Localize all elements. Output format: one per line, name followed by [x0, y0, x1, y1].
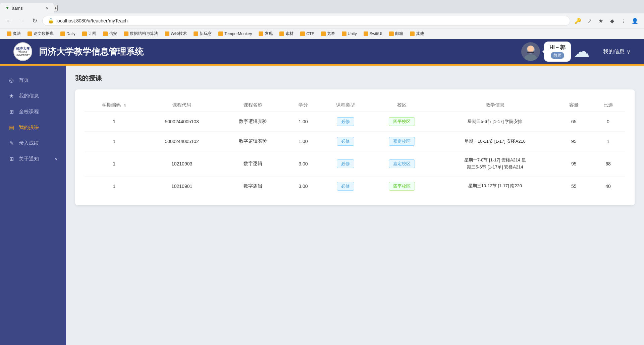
- cell-teaching-info: 星期一10-11节 [1-17] 安楼A216: [433, 132, 557, 151]
- sort-icon: ⇅: [123, 104, 126, 107]
- bookmark-其他[interactable]: 其他: [407, 30, 427, 37]
- sidebar-item-label-grades: 录入成绩: [19, 140, 39, 146]
- table-row: 1 5000244005103 数字逻辑实验 1.00 必修 四平校区 星期四5…: [85, 112, 625, 132]
- bookmark-star-icon[interactable]: ★: [596, 16, 606, 26]
- bookmark-计网[interactable]: 计网: [79, 30, 99, 37]
- sidebar-item-grades[interactable]: ✎ 录入成绩: [0, 135, 66, 151]
- cell-name: 数字逻辑: [220, 151, 286, 177]
- forward-button[interactable]: →: [17, 16, 27, 26]
- new-tab-button[interactable]: +: [54, 5, 58, 11]
- browser-tab-active[interactable]: ▼ aams ×: [0, 3, 54, 13]
- page-title: 我的授课: [75, 74, 635, 83]
- cell-code: 10210903: [144, 151, 220, 177]
- cell-selected: 68: [591, 151, 625, 177]
- extension-icon[interactable]: ◆: [607, 16, 617, 26]
- notice-icon: ⊞: [8, 156, 15, 162]
- sidebar-item-notices[interactable]: ⊞ 关于通知 ∨: [0, 151, 66, 167]
- campus-badge: 四平校区: [389, 117, 415, 126]
- cell-semester: 1: [85, 151, 144, 177]
- sidebar-item-allcourses[interactable]: ⊞ 全校课程: [0, 104, 66, 120]
- my-info-button[interactable]: 我的信息 ∨: [603, 48, 631, 55]
- table-row: 1 10210901 数字逻辑 3.00 必修 四平校区 星期三10-12节 […: [85, 176, 625, 196]
- sidebar-item-myteach[interactable]: ▤ 我的授课: [0, 120, 66, 135]
- col-semester[interactable]: 学期编码 ⇅: [85, 99, 144, 112]
- cell-selected: 1: [591, 132, 625, 151]
- cell-name: 数字逻辑实验: [220, 132, 286, 151]
- bookmark-新玩意[interactable]: 新玩意: [191, 30, 214, 37]
- bookmark-素材[interactable]: 素材: [277, 30, 296, 37]
- bookmark-unity[interactable]: Unity: [339, 31, 360, 37]
- share-icon[interactable]: ↗: [584, 16, 594, 26]
- sidebar-item-label-myinfo: 我的信息: [19, 93, 39, 99]
- bookmark-swiftui[interactable]: SwiftUI: [361, 31, 385, 37]
- cell-credits: 1.00: [286, 132, 320, 151]
- col-type: 课程类型: [320, 99, 371, 112]
- bookmarks-bar: 魔法 论文数据库 Daily 计网 信安 数据结构与算法 Web技术 新玩意: [0, 28, 644, 39]
- cell-campus: 四平校区: [371, 176, 433, 196]
- bookmark-web[interactable]: Web技术: [162, 30, 190, 37]
- bookmark-ctf[interactable]: CTF: [298, 31, 317, 37]
- app-header: 同济大学 TONGJI UNIVERSITY 同济大学教学信息管理系统: [0, 39, 644, 64]
- header-logo: 同济大学 TONGJI UNIVERSITY 同济大学教学信息管理系统: [13, 42, 144, 61]
- col-capacity: 容量: [557, 99, 591, 112]
- cell-campus: 嘉定校区: [371, 132, 433, 151]
- back-button[interactable]: ←: [4, 16, 14, 26]
- tab-close-button[interactable]: ×: [45, 5, 48, 11]
- bookmark-邮箱[interactable]: 邮箱: [386, 30, 406, 37]
- profile-icon[interactable]: 👤: [630, 16, 640, 26]
- bookmark-竞赛[interactable]: 竞赛: [318, 30, 338, 37]
- sidebar-item-label-allcourses: 全校课程: [19, 109, 39, 115]
- sidebar-item-myinfo[interactable]: ★ 我的信息: [0, 88, 66, 104]
- bookmark-论文数据库[interactable]: 论文数据库: [25, 30, 56, 37]
- avatar: [521, 42, 540, 61]
- bookmark-数据结构[interactable]: 数据结构与算法: [121, 30, 161, 37]
- key-icon[interactable]: 🔑: [573, 16, 583, 26]
- cell-credits: 1.00: [286, 112, 320, 132]
- edit-icon: ✎: [8, 140, 15, 146]
- cell-teaching-info: 星期四5-6节 [1-17] 学院安排: [433, 112, 557, 132]
- col-code: 课程代码: [144, 99, 220, 112]
- cell-selected: 40: [591, 176, 625, 196]
- header-title: 同济大学教学信息管理系统: [39, 46, 144, 58]
- cloud-icon: ☁: [574, 44, 590, 60]
- address-bar[interactable]: 🔓: [42, 16, 570, 26]
- cell-teaching-info: 星期三10-12节 [1-17] 南220: [433, 176, 557, 196]
- teach-icon: ▤: [8, 124, 15, 131]
- bookmark-信安[interactable]: 信安: [100, 30, 120, 37]
- sidebar-item-label-myteach: 我的授课: [19, 124, 39, 131]
- cell-capacity: 95: [557, 151, 591, 177]
- header-right: Hi～郭 教师 ☁ 我的信息 ∨: [521, 42, 631, 62]
- bookmark-魔法[interactable]: 魔法: [4, 30, 23, 37]
- cell-type: 必修: [320, 112, 371, 132]
- url-input[interactable]: [56, 18, 565, 23]
- greeting-text: Hi～郭: [549, 44, 566, 51]
- cell-selected: 0: [591, 112, 625, 132]
- sidebar: ◎ 首页 ★ 我的信息 ⊞ 全校课程 ▤ 我的授课 ✎ 录入成绩: [0, 66, 66, 345]
- table-row: 1 5000244005102 数字逻辑实验 1.00 必修 嘉定校区 星期一1…: [85, 132, 625, 151]
- greeting-bubble: Hi～郭 教师: [544, 42, 571, 62]
- cell-semester: 1: [85, 176, 144, 196]
- lock-icon: 🔓: [48, 18, 54, 23]
- cell-capacity: 65: [557, 112, 591, 132]
- required-badge: 必修: [337, 159, 354, 168]
- refresh-button[interactable]: ↻: [30, 16, 40, 26]
- col-credits: 学分: [286, 99, 320, 112]
- cell-capacity: 55: [557, 176, 591, 196]
- bookmark-daily[interactable]: Daily: [58, 31, 78, 37]
- campus-badge: 嘉定校区: [389, 137, 415, 146]
- cell-credits: 3.00: [286, 151, 320, 177]
- notice-chevron: ∨: [55, 157, 58, 161]
- browser-menu-icon[interactable]: ⋮: [619, 16, 629, 26]
- table-row: 1 10210903 数字逻辑 3.00 必修 嘉定校区 星期一7-8节 [1-…: [85, 151, 625, 177]
- bookmark-发现[interactable]: 发现: [256, 30, 275, 37]
- cell-capacity: 95: [557, 132, 591, 151]
- home-icon: ◎: [8, 77, 15, 83]
- bookmark-tempermonkey[interactable]: TemperMonkey: [216, 31, 255, 37]
- role-badge: 教师: [551, 52, 564, 59]
- sidebar-item-home[interactable]: ◎ 首页: [0, 72, 66, 88]
- tab-favicon: ▼: [5, 6, 9, 10]
- courses-table-card: 学期编码 ⇅ 课程代码 课程名称 学分 课程类型 校区 教学信息 容量 已: [75, 89, 635, 205]
- sidebar-item-label-home: 首页: [19, 77, 29, 83]
- required-badge: 必修: [337, 182, 354, 191]
- required-badge: 必修: [337, 137, 354, 146]
